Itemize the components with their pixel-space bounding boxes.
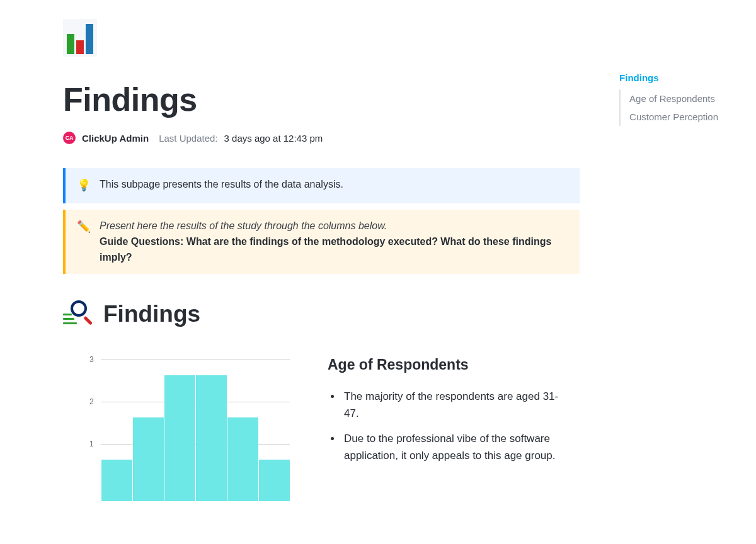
info-callout: 💡 This subpage presents the results of t… — [63, 168, 580, 203]
lightbulb-icon: 💡 — [77, 177, 91, 195]
subsection-title: Age of Respondents — [328, 356, 567, 373]
toc-item[interactable]: Age of Respondents — [629, 89, 718, 108]
chart-bar — [164, 375, 195, 501]
toc-item-findings[interactable]: Findings — [619, 72, 718, 83]
section-heading: Findings — [63, 300, 580, 328]
y-tick-label: 3 — [89, 355, 94, 364]
avatar: CA — [63, 132, 76, 144]
updated-label: Last Updated: — [159, 133, 217, 144]
outline-panel: Findings Age of RespondentsCustomer Perc… — [619, 72, 718, 126]
pencil-icon: ✏️ — [77, 218, 91, 236]
y-tick-label: 1 — [89, 439, 94, 448]
section-title-text: Findings — [103, 301, 200, 327]
updated-time: 3 days ago at 12:43 pm — [224, 133, 323, 144]
chart-bar — [259, 460, 290, 502]
page-title: Findings — [63, 82, 580, 118]
info-callout-text: This subpage presents the results of the… — [100, 177, 343, 193]
guide-callout: ✏️ Present here the results of the study… — [63, 210, 580, 274]
guide-italic: Present here the results of the study th… — [100, 218, 567, 234]
list-item: The majority of the respondents are aged… — [341, 388, 567, 422]
findings-list: The majority of the respondents are aged… — [328, 388, 567, 463]
histogram-chart: 123 — [94, 360, 296, 501]
chart-bar — [196, 375, 227, 501]
y-tick-label: 2 — [89, 397, 94, 406]
list-item: Due to the professional vibe of the soft… — [341, 431, 567, 464]
magnifier-icon — [63, 300, 94, 328]
page-meta: CA ClickUp Admin Last Updated: 3 days ag… — [63, 132, 580, 144]
guide-bold: Guide Questions: What are the findings o… — [100, 234, 567, 266]
bar-chart-icon — [63, 19, 97, 57]
chart-bar — [133, 417, 164, 501]
chart-bar — [227, 417, 258, 501]
toc-item[interactable]: Customer Perception — [629, 108, 718, 126]
chart-bar — [101, 460, 132, 502]
author-name: ClickUp Admin — [82, 133, 149, 144]
